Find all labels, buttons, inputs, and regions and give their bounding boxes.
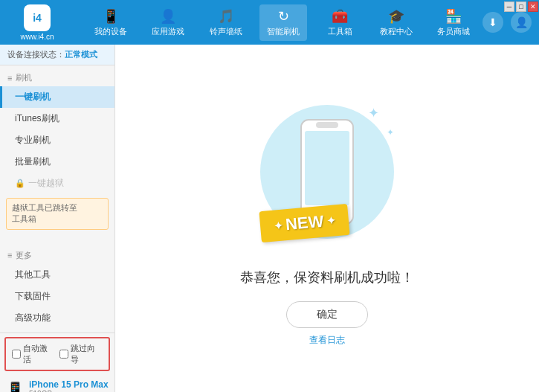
sidebar-item-other-tools[interactable]: 其他工具 — [0, 264, 114, 286]
auto-guide-input[interactable] — [59, 350, 68, 359]
view-log-link[interactable]: 查看日志 — [309, 334, 345, 347]
more-section: ≡ 更多 其他工具 下载固件 高级功能 — [0, 243, 114, 332]
more-group-label: ≡ 更多 — [0, 247, 114, 264]
main-nav: 📱 我的设备 👤 应用游戏 🎵 铃声墙纸 ↻ 智能刷机 🧰 工具箱 🎓 教 — [82, 4, 482, 41]
warning-text: 越狱工具已跳转至工具箱 — [12, 203, 77, 223]
auto-options-box: 自动激活 跳过向导 — [4, 337, 110, 371]
nav-ringtone-label: 铃声墙纸 — [210, 26, 242, 37]
nav-toolbox[interactable]: 🧰 工具箱 — [317, 4, 362, 41]
nav-smart-flash[interactable]: ↻ 智能刷机 — [259, 4, 307, 41]
sidebar-item-jailbreak-label: 一键越狱 — [28, 177, 64, 190]
svg-rect-2 — [316, 122, 338, 128]
sidebar-item-advanced[interactable]: 高级功能 — [0, 307, 114, 329]
new-badge: ✦ NEW ✦ — [260, 208, 349, 239]
user-button[interactable]: 👤 — [511, 12, 532, 33]
sidebar-item-one-key-flash-label: 一键刷机 — [15, 91, 51, 102]
sidebar-item-itunes-flash[interactable]: iTunes刷机 — [0, 108, 114, 129]
auto-activate-input[interactable] — [12, 350, 21, 359]
download-icon: ⬇ — [488, 16, 497, 28]
sidebar-item-jailbreak: 🔒 一键越狱 — [0, 173, 114, 194]
nav-ringtone-icon: 🎵 — [218, 8, 234, 25]
new-badge-text: NEW — [285, 212, 324, 234]
auto-guide-label: 跳过向导 — [71, 343, 103, 365]
warning-box: 越狱工具已跳转至工具箱 — [6, 198, 109, 230]
nav-service-label: 务员商城 — [437, 26, 470, 37]
sidebar-item-download-fw-label: 下载固件 — [15, 291, 51, 301]
app-header: i4 www.i4.cn 📱 我的设备 👤 应用游戏 🎵 铃声墙纸 ↻ 智能刷机 — [0, 0, 539, 45]
sidebar-bottom: 自动激活 跳过向导 📱 iPhone 15 Pro Max 512GB iPho… — [0, 332, 114, 392]
nav-toolbox-label: 工具箱 — [328, 26, 352, 37]
user-icon: 👤 — [515, 16, 528, 28]
nav-my-device[interactable]: 📱 我的设备 — [87, 4, 135, 41]
confirm-button[interactable]: 确定 — [286, 301, 368, 328]
header-right-controls: ⬇ 👤 — [482, 12, 532, 33]
sidebar-item-itunes-flash-label: iTunes刷机 — [15, 113, 59, 123]
maximize-button[interactable]: □ — [516, 1, 526, 12]
nav-app-games-label: 应用游戏 — [152, 26, 184, 37]
status-bar: 设备连接状态：正常模式 — [0, 45, 114, 65]
new-banner: ✦ NEW ✦ — [259, 204, 350, 242]
sparkle-icon-topright: ✦ — [387, 127, 394, 138]
nav-tutorial-label: 教程中心 — [380, 26, 413, 37]
flash-group-label: ≡ 刷机 — [0, 69, 114, 86]
auto-activate-label: 自动激活 — [23, 343, 55, 365]
nav-my-device-icon: 📱 — [103, 8, 119, 25]
minimize-button[interactable]: ─ — [504, 1, 514, 12]
device-name: iPhone 15 Pro Max — [29, 379, 109, 390]
sidebar-item-pro-flash-label: 专业刷机 — [15, 135, 51, 145]
sidebar: 设备连接状态：正常模式 ≡ 刷机 一键刷机 iTunes刷机 专业刷机 批量刷机… — [0, 45, 115, 392]
sidebar-item-advanced-label: 高级功能 — [15, 312, 51, 323]
main-content: ✦ ✦ ✦ NEW ✦ 恭喜您，保资料刷机成功啦 — [115, 45, 539, 392]
sparkle-right-icon: ✦ — [326, 214, 336, 227]
window-controls: ─ □ ✕ — [503, 0, 539, 13]
sidebar-item-download-fw[interactable]: 下载固件 — [0, 286, 114, 307]
status-value: 正常模式 — [65, 50, 97, 59]
auto-activate-checkbox[interactable]: 自动激活 — [12, 343, 55, 365]
status-label: 设备连接状态： — [7, 50, 65, 59]
nav-ringtone[interactable]: 🎵 铃声墙纸 — [202, 4, 250, 41]
nav-app-games-icon: 👤 — [160, 8, 176, 25]
more-group-icon: ≡ — [7, 251, 12, 260]
sparkle-left-icon: ✦ — [273, 219, 283, 232]
sidebar-item-batch-flash-label: 批量刷机 — [15, 156, 51, 167]
nav-my-device-label: 我的设备 — [94, 26, 127, 37]
device-info: 📱 iPhone 15 Pro Max 512GB iPhone — [0, 375, 114, 392]
svg-rect-1 — [305, 131, 349, 205]
nav-smart-flash-label: 智能刷机 — [267, 26, 300, 37]
logo-abbr: i4 — [33, 12, 42, 24]
logo-text: www.i4.cn — [20, 33, 54, 41]
logo: i4 www.i4.cn — [7, 4, 67, 41]
nav-app-games[interactable]: 👤 应用游戏 — [144, 4, 192, 41]
sparkle-icon-topleft: ✦ — [368, 105, 379, 121]
nav-smart-flash-icon: ↻ — [278, 8, 289, 25]
nav-tutorial[interactable]: 🎓 教程中心 — [372, 4, 420, 41]
phone-illustration: ✦ ✦ ✦ NEW ✦ — [253, 90, 401, 254]
sidebar-item-batch-flash[interactable]: 批量刷机 — [0, 151, 114, 173]
nav-service[interactable]: 🏪 务员商城 — [430, 4, 477, 41]
sidebar-item-pro-flash[interactable]: 专业刷机 — [0, 129, 114, 151]
download-button[interactable]: ⬇ — [482, 12, 503, 33]
more-group-text: 更多 — [16, 250, 32, 261]
logo-icon: i4 — [24, 4, 51, 31]
flash-group-icon: ≡ — [7, 74, 12, 83]
flash-section: ≡ 刷机 一键刷机 iTunes刷机 专业刷机 批量刷机 🔒 一键越狱 越狱工具… — [0, 65, 114, 237]
main-layout: 设备连接状态：正常模式 ≡ 刷机 一键刷机 iTunes刷机 专业刷机 批量刷机… — [0, 45, 539, 392]
sidebar-item-other-tools-label: 其他工具 — [15, 269, 51, 280]
nav-service-icon: 🏪 — [445, 8, 462, 25]
device-details: iPhone 15 Pro Max 512GB iPhone — [29, 379, 109, 392]
device-phone-icon: 📱 — [6, 381, 25, 392]
flash-group-text: 刷机 — [16, 72, 32, 83]
nav-toolbox-icon: 🧰 — [332, 8, 348, 25]
sidebar-item-one-key-flash[interactable]: 一键刷机 — [0, 86, 114, 108]
success-message: 恭喜您，保资料刷机成功啦！ — [240, 269, 414, 286]
auto-guide-checkbox[interactable]: 跳过向导 — [59, 343, 103, 365]
nav-tutorial-icon: 🎓 — [388, 8, 404, 25]
close-button[interactable]: ✕ — [528, 1, 538, 12]
lock-icon: 🔒 — [15, 179, 25, 188]
